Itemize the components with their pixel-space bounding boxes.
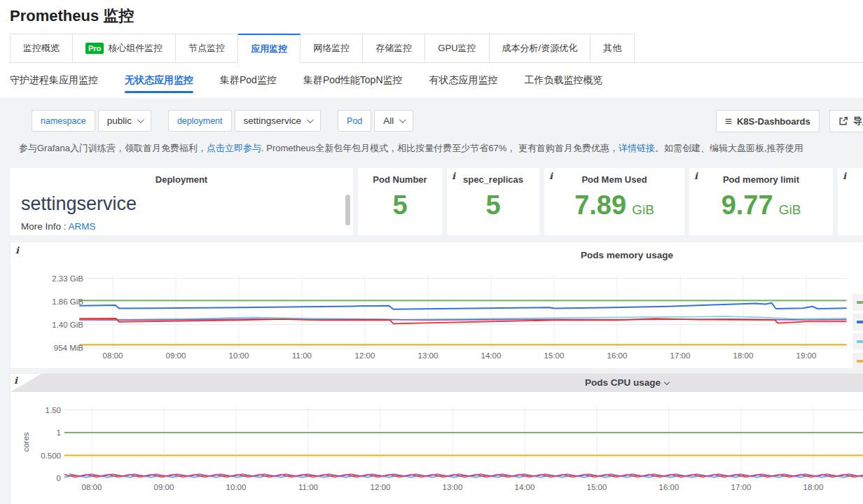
tab-network-monitor[interactable]: 网络监控 [301, 34, 363, 63]
svg-text:15:00: 15:00 [587, 483, 607, 491]
import-label: 导入 G [853, 115, 863, 127]
subtab-cluster-pod-topn-monitor[interactable]: 集群Pod性能TopN监控 [303, 63, 403, 98]
pod-mem-used-value: 7.89 GiB [544, 192, 684, 218]
dashboard-toolbar: namespace public deployment settingservi… [0, 98, 863, 133]
memory-legend [852, 294, 863, 370]
pod-memory-limit-unit: GiB [779, 203, 801, 216]
chevron-down-icon [307, 116, 314, 123]
chevron-down-icon [137, 116, 144, 123]
pod-memory-limit-value: 9.77 GiB [689, 192, 833, 218]
import-button[interactable]: 导入 G [829, 110, 863, 132]
page-title: Prometheus 监控 [10, 6, 134, 27]
legend-row[interactable] [852, 353, 863, 370]
svg-text:12:00: 12:00 [371, 483, 391, 491]
banner-details-link[interactable]: 详情链接 [619, 143, 655, 153]
deployment-card: Deployment settingservice More Info : AR… [10, 168, 353, 235]
pod-memory-limit-card: i Pod memory limit 9.77 GiB [689, 168, 833, 235]
info-icon[interactable]: i [694, 171, 698, 181]
deployment-value: settingservice [21, 193, 353, 215]
stat-cards-row: Deployment settingservice More Info : AR… [10, 168, 863, 235]
pod-select[interactable]: All [374, 110, 413, 132]
caret-down-icon [664, 379, 670, 385]
subtab-cluster-pod-monitor[interactable]: 集群Pod监控 [220, 63, 277, 98]
banner-join-link[interactable]: 点击立即参与 [207, 143, 261, 153]
primary-tabs: 监控概览 Pro 核心组件监控 节点监控 应用监控 网络监控 存储监控 GPU监… [10, 34, 863, 63]
pod-mem-used-number: 7.89 [574, 192, 626, 218]
deployment-label: deployment [168, 110, 232, 132]
cpu-usage-chart[interactable]: 1.5010.500008:0009:0010:0011:0012:0013:0… [11, 392, 863, 504]
banner-text-3: 。如需创建、编辑大盘面板,推荐使用 [655, 143, 803, 153]
external-link-icon [838, 116, 848, 126]
svg-text:0: 0 [57, 474, 61, 482]
more-info-line: More Info : ARMS [21, 221, 353, 232]
cpu-panel-title[interactable]: Pods CPU usage [11, 377, 863, 388]
pod-mem-used-unit: GiB [632, 203, 654, 216]
svg-text:954 MiB: 954 MiB [54, 344, 84, 352]
pod-number-title: Pod Number [358, 168, 442, 185]
namespace-var-group: namespace public [32, 110, 151, 132]
dashboard-area: namespace public deployment settingservi… [0, 98, 863, 504]
tab-others[interactable]: 其他 [591, 34, 635, 63]
svg-text:18:00: 18:00 [803, 483, 824, 491]
info-icon[interactable]: i [14, 375, 18, 386]
secondary-tabs: 守护进程集应用监控 无状态应用监控 集群Pod监控 集群Pod性能TopN监控 … [10, 63, 863, 98]
k8s-dashboards-button[interactable]: ≡ K8S-Dashboards [716, 110, 820, 132]
tab-node-monitor[interactable]: 节点监控 [176, 34, 238, 63]
svg-text:16:00: 16:00 [659, 483, 679, 491]
tab-storage-monitor[interactable]: 存储监控 [363, 34, 425, 63]
k8s-dashboards-label: K8S-Dashboards [737, 116, 810, 127]
legend-swatch [857, 340, 863, 343]
subtab-daemonset-app-monitor[interactable]: 守护进程集应用监控 [10, 63, 98, 98]
legend-row[interactable] [852, 333, 863, 350]
subtab-workload-monitor-overview[interactable]: 工作负载监控概览 [525, 63, 603, 98]
svg-text:11:00: 11:00 [292, 351, 312, 360]
info-icon[interactable]: i [452, 171, 455, 181]
clipped-card: i [838, 168, 863, 235]
svg-text:18:00: 18:00 [733, 351, 754, 360]
legend-row[interactable] [852, 294, 863, 311]
svg-text:0.500: 0.500 [41, 451, 61, 460]
spec-replicas-title: spec_replicas [447, 168, 539, 185]
variable-row: namespace public deployment settingservi… [32, 110, 413, 132]
svg-text:1.50: 1.50 [46, 406, 61, 414]
pod-mem-used-card: i Pod Mem Used 7.89 GiB [544, 168, 684, 235]
tab-core-component-monitor[interactable]: Pro 核心组件监控 [73, 34, 176, 63]
info-icon[interactable]: i [549, 171, 553, 181]
pods-cpu-usage-panel: Pods CPU usage i 1.5010.500008:0009:0010… [10, 373, 863, 504]
namespace-select[interactable]: public [98, 110, 151, 132]
svg-text:10:00: 10:00 [229, 351, 249, 360]
legend-row[interactable] [852, 314, 863, 330]
tab-label: 核心组件监控 [108, 35, 163, 62]
tab-gpu-monitor[interactable]: GPU监控 [425, 34, 489, 63]
tab-monitor-overview[interactable]: 监控概览 [10, 34, 73, 63]
svg-text:11:00: 11:00 [298, 483, 318, 491]
tab-cost-analysis[interactable]: 成本分析/资源优化 [490, 34, 591, 63]
legend-swatch [857, 321, 863, 323]
pod-var-group: Pod All [338, 110, 413, 132]
arms-link[interactable]: ARMS [69, 221, 96, 232]
memory-usage-chart[interactable]: 2.33 GiB1.86 GiB1.40 GiB954 MiB08:0009:0… [11, 242, 863, 370]
pod-value: All [383, 115, 394, 126]
svg-text:10:00: 10:00 [226, 483, 247, 491]
svg-text:1.86 GiB: 1.86 GiB [52, 298, 83, 306]
namespace-value: public [107, 115, 132, 126]
svg-text:1: 1 [57, 428, 61, 437]
subtab-stateful-app-monitor[interactable]: 有状态应用监控 [429, 63, 498, 98]
svg-text:12:00: 12:00 [355, 351, 375, 360]
banner-text-2: . Prometheus全新包年包月模式，相比按量付费至少节省67%， 更有首购… [261, 143, 619, 153]
pod-label: Pod [338, 110, 371, 132]
legend-swatch [857, 360, 863, 363]
pod-memory-limit-title: Pod memory limit [689, 168, 833, 185]
banner-text-1: 参与Grafana入门训练营，领取首月免费福利， [19, 143, 207, 153]
chevron-down-icon [399, 116, 406, 123]
card-scrollbar-thumb[interactable] [345, 195, 350, 225]
spec-replicas-card: i spec_replicas 5 [447, 168, 539, 235]
pod-mem-used-title: Pod Mem Used [544, 168, 684, 185]
svg-text:1.40 GiB: 1.40 GiB [52, 321, 83, 329]
svg-text:13:00: 13:00 [418, 351, 439, 360]
promo-banner: 参与Grafana入门训练营，领取首月免费福利，点击立即参与. Promethe… [19, 142, 803, 155]
deployment-select[interactable]: settingservice [235, 110, 322, 132]
tab-app-monitor[interactable]: 应用监控 [238, 34, 301, 63]
info-icon[interactable]: i [843, 171, 846, 181]
subtab-stateless-app-monitor[interactable]: 无状态应用监控 [125, 63, 193, 98]
